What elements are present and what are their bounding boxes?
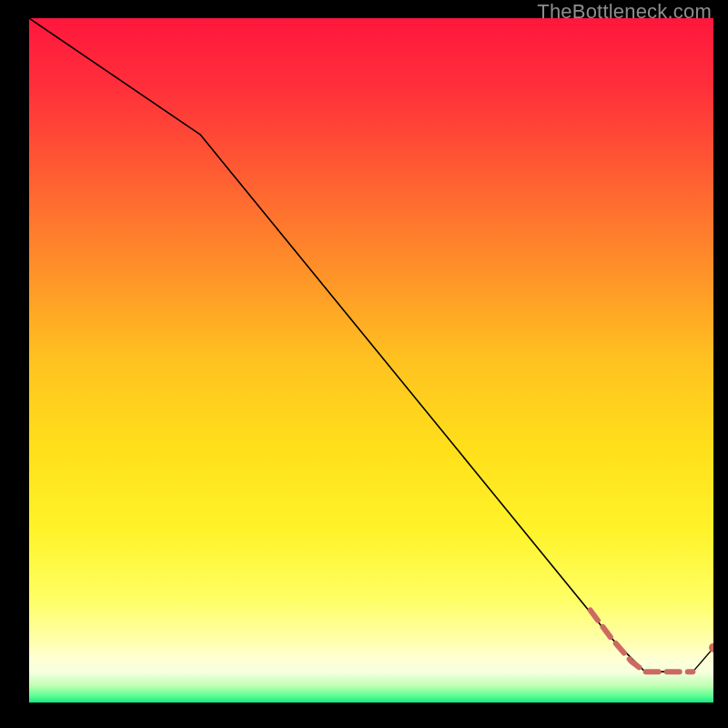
tail-upturn-line — [693, 648, 713, 672]
main-curve-line — [29, 18, 679, 672]
end-point-marker — [709, 643, 713, 652]
highlighted-dashed-line — [591, 610, 693, 672]
chart-frame: TheBottleneck.com — [0, 0, 728, 728]
chart-plot-area — [29, 18, 713, 703]
chart-svg — [29, 18, 713, 703]
